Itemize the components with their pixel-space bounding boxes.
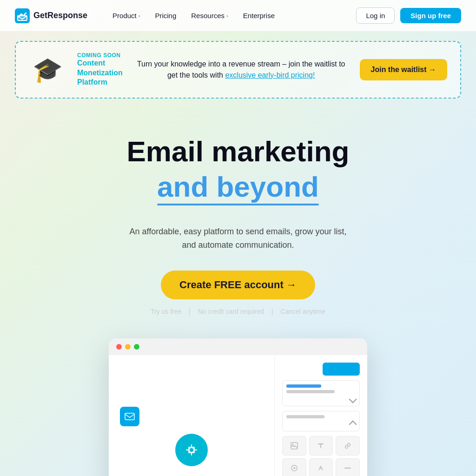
login-button[interactable]: Log in <box>356 7 395 24</box>
tool-font-icon <box>309 458 333 476</box>
tool-link-icon <box>336 436 360 456</box>
maximize-dot <box>134 344 139 350</box>
banner-title: Content Monetization Platform <box>77 59 123 87</box>
nav-item-resources[interactable]: Resources › <box>185 8 234 23</box>
navigation: GetResponse Product › Pricing Resources … <box>0 0 476 32</box>
nav-item-pricing[interactable]: Pricing <box>148 8 183 23</box>
hero-description: An affordable, easy platform to send ema… <box>15 225 461 252</box>
svg-rect-3 <box>125 413 134 420</box>
signup-button[interactable]: Sign up free <box>400 8 461 23</box>
nav-links: Product › Pricing Resources › Enterprise <box>106 8 356 23</box>
tool-divider-icon <box>336 458 360 476</box>
banner-body: Turn your knowledge into a revenue strea… <box>134 59 349 81</box>
tool-video-icon <box>282 458 306 476</box>
mockup-line-group <box>282 380 360 406</box>
coming-soon-label: COMING SOON <box>77 52 123 59</box>
chevron-down-icon <box>349 395 357 403</box>
chevron-up-icon <box>349 420 357 428</box>
logo-text: GetResponse <box>33 11 87 20</box>
mockup-body <box>109 355 367 476</box>
nav-item-product[interactable]: Product › <box>106 8 146 23</box>
tool-image-icon <box>282 436 306 456</box>
mockup-line-group-2 <box>282 411 360 431</box>
app-mockup <box>94 338 382 476</box>
email-icon <box>120 407 139 426</box>
mockup-right-panel <box>274 355 367 476</box>
graduation-cap-icon: 🎓 <box>33 58 63 82</box>
hero-section: Email marketing and beyond An affordable… <box>0 108 476 476</box>
chevron-down-icon: › <box>139 13 140 19</box>
close-dot <box>116 344 122 350</box>
nav-item-enterprise[interactable]: Enterprise <box>237 8 281 23</box>
hero-title: Email marketing and beyond <box>15 136 461 216</box>
banner-label: COMING SOON Content Monetization Platfor… <box>77 52 123 87</box>
hero-note: Try us free | No credit card required | … <box>15 308 461 315</box>
banner-icon: 🎓 <box>29 51 66 88</box>
mock-line-blue <box>286 384 321 388</box>
promo-banner: 🎓 COMING SOON Content Monetization Platf… <box>15 41 461 99</box>
mockup-top-button <box>323 363 360 376</box>
nav-actions: Log in Sign up free <box>356 7 461 24</box>
minimize-dot <box>125 344 131 350</box>
window-titlebar <box>109 338 367 355</box>
waitlist-button[interactable]: Join the waitlist → <box>360 59 447 80</box>
mockup-tools-grid <box>282 436 360 476</box>
create-account-button[interactable]: Create FREE account → <box>161 271 315 299</box>
mock-line <box>286 390 335 393</box>
logo[interactable]: GetResponse <box>15 8 87 23</box>
mockup-left-panel <box>109 355 274 476</box>
mock-line <box>286 415 324 418</box>
mockup-window <box>109 338 367 476</box>
chevron-down-icon: › <box>226 13 228 19</box>
ai-chip-icon <box>175 434 208 466</box>
tool-text-icon <box>309 436 333 456</box>
early-bird-link[interactable]: exclusive early-bird pricing! <box>225 71 315 79</box>
